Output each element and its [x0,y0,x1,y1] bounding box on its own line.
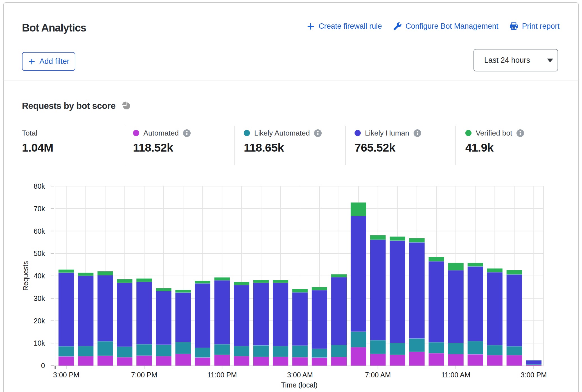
bar-segment-likely-automated[interactable] [273,346,288,357]
bar-segment-likely-automated[interactable] [487,345,502,355]
bar-segment-verified-bot[interactable] [448,263,464,270]
bar-segment-likely-human[interactable] [507,274,522,346]
bar-segment-likely-automated[interactable] [195,348,210,357]
bar-segment-verified-bot[interactable] [390,236,405,240]
bar-segment-automated[interactable] [428,353,444,366]
bar-segment-likely-automated[interactable] [351,332,366,347]
bar-segment-likely-human[interactable] [195,283,210,348]
bar-segment-likely-human[interactable] [370,240,386,340]
bar-segment-automated[interactable] [409,352,425,366]
bar-segment-likely-human[interactable] [214,280,230,344]
bar-segment-likely-automated[interactable] [428,342,444,353]
bar-segment-verified-bot[interactable] [234,282,249,285]
print-report-link[interactable]: Print report [509,22,560,31]
bar-segment-verified-bot[interactable] [292,289,308,292]
bar-segment-verified-bot[interactable] [507,270,522,274]
bar-segment-automated[interactable] [507,355,522,366]
bar-segment-automated[interactable] [234,356,249,366]
bar-segment-likely-human[interactable] [234,285,249,346]
bar-segment-likely-automated[interactable] [78,346,93,356]
bar-segment-likely-human[interactable] [292,292,308,346]
create-firewall-rule-link[interactable]: Create firewall rule [306,22,382,31]
bar-segment-automated[interactable] [312,358,327,366]
bar-segment-likely-automated[interactable] [409,339,425,352]
bar-segment-likely-automated[interactable] [234,346,249,356]
bar-segment-likely-human[interactable] [526,360,542,364]
bar-segment-likely-human[interactable] [78,276,93,346]
bar-segment-automated[interactable] [78,356,93,366]
bar-segment-likely-automated[interactable] [292,346,308,357]
bar-segment-likely-human[interactable] [253,283,269,346]
bar-segment-likely-automated[interactable] [98,341,113,356]
bar-segment-likely-automated[interactable] [156,345,172,356]
bar-segment-verified-bot[interactable] [468,263,483,267]
bar-segment-automated[interactable] [136,356,152,366]
bar-segment-verified-bot[interactable] [273,280,288,283]
bar-segment-likely-human[interactable] [273,283,288,346]
bar-segment-likely-automated[interactable] [214,344,230,355]
bar-segment-verified-bot[interactable] [370,235,386,240]
bar-segment-likely-human[interactable] [468,267,483,341]
add-filter-button[interactable]: Add filter [22,52,75,71]
bar-segment-likely-human[interactable] [117,283,132,347]
bar-segment-automated[interactable] [195,357,210,366]
bar-segment-verified-bot[interactable] [58,270,74,273]
bar-segment-automated[interactable] [487,355,502,366]
bar-segment-verified-bot[interactable] [351,202,366,216]
bar-segment-verified-bot[interactable] [156,288,172,291]
bar-segment-likely-automated[interactable] [312,349,327,358]
bar-segment-automated[interactable] [370,354,386,366]
info-icon[interactable] [314,129,322,137]
bar-segment-verified-bot[interactable] [78,273,93,276]
bar-segment-automated[interactable] [117,357,132,366]
bar-segment-likely-human[interactable] [331,277,347,345]
bar-segment-automated[interactable] [351,347,366,366]
bar-segment-likely-human[interactable] [312,290,327,349]
bar-segment-likely-human[interactable] [390,241,405,343]
bar-segment-likely-human[interactable] [448,270,464,343]
bar-segment-verified-bot[interactable] [331,274,347,277]
bar-segment-likely-human[interactable] [98,275,113,341]
bar-segment-verified-bot[interactable] [428,257,444,261]
bar-segment-likely-automated[interactable] [370,340,386,354]
bar-segment-likely-automated[interactable] [507,346,522,355]
bar-segment-automated[interactable] [273,357,288,366]
bar-segment-likely-human[interactable] [175,293,191,342]
bar-segment-likely-automated[interactable] [390,343,405,355]
time-range-select[interactable]: Last 24 hours [473,49,558,71]
bar-segment-automated[interactable] [292,357,308,366]
bar-segment-verified-bot[interactable] [253,280,269,283]
bar-segment-verified-bot[interactable] [136,279,152,282]
bar-segment-verified-bot[interactable] [117,279,132,283]
bar-segment-verified-bot[interactable] [175,290,191,293]
bar-segment-likely-human[interactable] [409,242,425,338]
bar-segment-likely-automated[interactable] [58,346,74,356]
bar-segment-likely-automated[interactable] [331,345,347,357]
bar-segment-likely-automated[interactable] [175,342,191,354]
bar-segment-automated[interactable] [156,356,172,366]
bar-segment-verified-bot[interactable] [312,287,327,290]
bar-segment-automated[interactable] [468,354,483,366]
bar-segment-likely-human[interactable] [136,282,152,344]
bar-segment-automated[interactable] [253,357,269,366]
bar-segment-likely-human[interactable] [487,272,502,345]
bar-segment-likely-human[interactable] [156,291,172,345]
bar-segment-automated[interactable] [58,356,74,366]
info-icon[interactable] [414,129,421,137]
bar-segment-verified-bot[interactable] [98,271,113,275]
bar-segment-likely-human[interactable] [428,261,444,342]
bar-segment-likely-automated[interactable] [468,341,483,354]
bar-segment-verified-bot[interactable] [195,281,210,284]
info-icon[interactable] [516,129,524,137]
bar-segment-likely-automated[interactable] [117,347,132,357]
bar-segment-automated[interactable] [448,354,464,366]
info-icon[interactable] [183,129,191,137]
bar-segment-likely-human[interactable] [58,273,74,346]
bar-segment-automated[interactable] [98,356,113,366]
bar-segment-verified-bot[interactable] [409,238,425,242]
bar-segment-likely-automated[interactable] [136,344,152,356]
bar-segment-verified-bot[interactable] [487,269,502,272]
bar-segment-likely-human[interactable] [351,216,366,332]
bar-segment-automated[interactable] [390,355,405,366]
bar-segment-likely-automated[interactable] [448,343,464,354]
